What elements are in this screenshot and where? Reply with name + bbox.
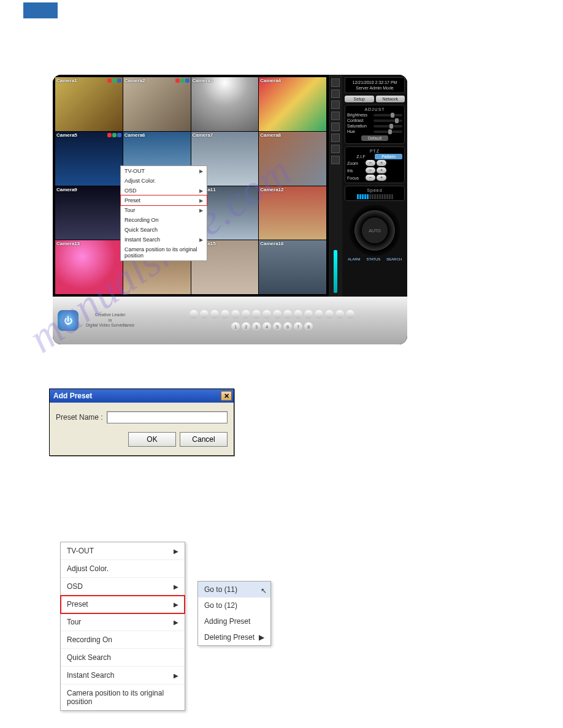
channel-button[interactable] xyxy=(346,310,354,319)
channel-button[interactable] xyxy=(273,310,282,319)
camera-tile[interactable]: Camera3 xyxy=(191,77,259,131)
adjust-panel: ADJUST Brightness Contrast Saturation Hu… xyxy=(345,105,405,144)
layout-icon[interactable] xyxy=(331,89,340,98)
focus-minus[interactable]: − xyxy=(366,175,375,181)
preset-name-input[interactable] xyxy=(107,411,228,423)
layout-icon[interactable] xyxy=(331,145,340,153)
layout-icon[interactable] xyxy=(331,112,340,120)
submenu-item[interactable]: Adding Preset xyxy=(198,613,270,629)
menu-item[interactable]: Adjust Color. xyxy=(61,560,185,578)
channel-button[interactable] xyxy=(231,310,240,319)
camera-tile[interactable]: Camera16 xyxy=(259,240,326,294)
search-button[interactable]: SEARCH xyxy=(386,257,402,261)
menu-item[interactable]: Recording On xyxy=(121,215,207,225)
ptz-wheel[interactable]: AUTO xyxy=(349,205,400,256)
ptz-right[interactable] xyxy=(393,228,398,233)
num-button[interactable]: 6 xyxy=(283,322,292,331)
credits-text: Creative Leader in Digital Video Surveil… xyxy=(86,313,134,328)
close-button[interactable]: ✕ xyxy=(221,391,232,401)
camera-label: Camera7 xyxy=(193,132,213,138)
menu-item[interactable]: Quick Search xyxy=(121,225,207,235)
menu-item[interactable]: Instant Search▶ xyxy=(121,235,207,245)
default-button[interactable]: Default xyxy=(361,135,388,141)
ptz-left[interactable] xyxy=(351,228,356,233)
contrast-slider[interactable] xyxy=(373,119,402,122)
menu-item[interactable]: OSD▶ xyxy=(61,578,185,596)
setup-button[interactable]: Setup xyxy=(345,96,374,102)
menu-item[interactable]: TV-OUT▶ xyxy=(61,542,185,560)
iris-minus[interactable]: − xyxy=(366,167,375,173)
camera-tile[interactable]: Camera2 xyxy=(123,77,191,131)
hue-slider[interactable] xyxy=(373,131,402,133)
channel-button[interactable] xyxy=(294,310,302,319)
submenu-item[interactable]: Go to (11) xyxy=(198,582,270,597)
channel-button[interactable] xyxy=(221,310,229,319)
network-button[interactable]: Network xyxy=(376,96,405,102)
num-button[interactable]: 3 xyxy=(252,322,261,331)
alarm-button[interactable]: ALARM xyxy=(348,257,361,261)
zoom-plus[interactable]: + xyxy=(377,160,386,166)
channel-button[interactable] xyxy=(200,310,209,319)
channel-button[interactable] xyxy=(190,310,198,319)
add-preset-dialog: Add Preset ✕ Preset Name : OK Cancel xyxy=(49,389,234,456)
camera-tile[interactable]: Camera13 xyxy=(55,240,123,294)
menu-item[interactable]: TV-OUT▶ xyxy=(121,166,207,176)
channel-button[interactable] xyxy=(252,310,261,319)
ok-button[interactable]: OK xyxy=(128,432,176,447)
speed-indicator[interactable] xyxy=(347,194,402,199)
ptz-panel: PTZ Z.I.F Pattern Zoom−+ Iris−+ Focus−+ xyxy=(345,146,405,183)
ptz-up[interactable] xyxy=(372,207,377,212)
cancel-button[interactable]: Cancel xyxy=(180,432,228,447)
layout-icon[interactable] xyxy=(331,134,340,142)
layout-icon[interactable] xyxy=(331,123,340,131)
num-button[interactable]: 8 xyxy=(304,322,313,331)
camera-context-menu: TV-OUT▶Adjust Color.OSD▶Preset▶Tour▶Reco… xyxy=(120,165,207,261)
num-button[interactable]: 4 xyxy=(262,322,271,331)
ptz-tab-zif[interactable]: Z.I.F xyxy=(347,154,375,159)
channel-button[interactable] xyxy=(325,310,334,319)
camera-tile[interactable]: Camera12 xyxy=(259,186,326,240)
menu-item[interactable]: Preset▶ xyxy=(120,195,207,206)
iris-plus[interactable]: + xyxy=(377,167,386,173)
channel-button[interactable] xyxy=(335,310,344,319)
num-button[interactable]: 1 xyxy=(231,322,240,331)
camera-tile[interactable]: Camera4 xyxy=(259,77,326,131)
menu-item[interactable]: OSD▶ xyxy=(121,186,207,195)
menu-item[interactable]: Recording On xyxy=(61,631,185,649)
menu-item[interactable]: Adjust Color. xyxy=(121,176,207,186)
channel-button[interactable] xyxy=(262,310,271,319)
ptz-tab-pattern[interactable]: Pattern xyxy=(375,154,402,159)
ptz-down[interactable] xyxy=(372,249,377,254)
channel-button[interactable] xyxy=(304,310,313,319)
channel-button[interactable] xyxy=(210,310,219,319)
zoom-minus[interactable]: − xyxy=(366,160,375,166)
saturation-label: Saturation xyxy=(347,124,372,128)
camera-tile[interactable]: Camera5 xyxy=(55,132,123,186)
menu-item[interactable]: Instant Search▶ xyxy=(61,667,185,684)
submenu-item[interactable]: Go to (12) xyxy=(198,597,270,613)
menu-item[interactable]: Quick Search xyxy=(61,649,185,667)
channel-button[interactable] xyxy=(242,310,250,319)
layout-icon[interactable] xyxy=(331,156,340,164)
channel-button[interactable] xyxy=(283,310,292,319)
menu-item[interactable]: Preset▶ xyxy=(61,596,185,613)
menu-item[interactable]: Tour▶ xyxy=(61,613,185,631)
num-button[interactable]: 7 xyxy=(294,322,302,331)
num-button[interactable]: 2 xyxy=(242,322,250,331)
submenu-item[interactable]: Deleting Preset▶ xyxy=(198,629,270,645)
menu-item[interactable]: Camera position to its original position xyxy=(121,245,207,260)
camera-tile[interactable]: Camera8 xyxy=(259,132,326,186)
layout-icon[interactable] xyxy=(331,78,340,87)
layout-icon[interactable] xyxy=(331,100,340,109)
saturation-slider[interactable] xyxy=(373,125,402,127)
focus-plus[interactable]: + xyxy=(377,175,386,181)
menu-item[interactable]: Tour▶ xyxy=(121,205,207,215)
camera-tile[interactable]: Camera1 xyxy=(55,77,123,131)
num-button[interactable]: 5 xyxy=(273,322,282,331)
menu-item[interactable]: Camera position to its original position xyxy=(61,684,185,710)
brightness-slider[interactable] xyxy=(373,114,402,116)
channel-button[interactable] xyxy=(315,310,323,319)
camera-tile[interactable]: Camera9 xyxy=(55,186,123,240)
status-button[interactable]: STATUS xyxy=(366,257,380,261)
power-button[interactable]: ⏻ xyxy=(58,310,79,331)
